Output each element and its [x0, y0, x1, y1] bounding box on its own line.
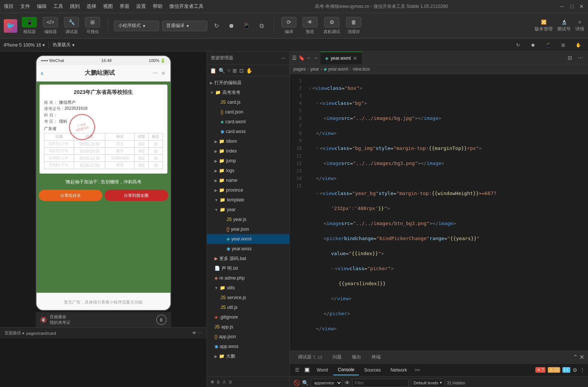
- eye-filter-icon[interactable]: 👁: [345, 380, 350, 386]
- preview-btn[interactable]: 👁: [302, 17, 318, 27]
- share-moments-btn[interactable]: 分享到朋友圈: [105, 190, 168, 201]
- tab-issues[interactable]: 问题: [328, 352, 346, 363]
- refresh-btn[interactable]: ↻: [210, 20, 222, 32]
- maximize-btn[interactable]: □: [569, 4, 574, 9]
- window-btn[interactable]: ⧉: [255, 20, 267, 32]
- debugger-btn[interactable]: 🔧: [64, 17, 79, 27]
- hand-icon[interactable]: ✋: [246, 68, 252, 74]
- devtab-console[interactable]: Console: [333, 365, 359, 375]
- phone-more-btn[interactable]: •••: [153, 70, 158, 76]
- menu-bar[interactable]: 项目 文件 编辑 工具 跳到 选择 视图 界面 设置 帮助 微信开发者工具: [4, 3, 204, 10]
- menu-select[interactable]: 选择: [87, 3, 96, 10]
- nav-forward-icon[interactable]: →: [313, 55, 318, 61]
- folder-index[interactable]: ▶ 📁 index: [207, 146, 289, 156]
- test-btn[interactable]: 🔬 测试号: [557, 20, 571, 32]
- sub-icon-2[interactable]: ⏺: [527, 39, 539, 51]
- folder-name[interactable]: ▶ 📁 name: [207, 175, 289, 185]
- detail-btn[interactable]: ≡ 详情: [575, 20, 584, 32]
- appservice-selector[interactable]: appservice: [311, 379, 342, 387]
- open-editors-section[interactable]: ▶ 打开的编辑器: [207, 78, 289, 88]
- share-friend-btn[interactable]: 分享给好友: [39, 190, 102, 201]
- console-filter-icon[interactable]: 🔍: [302, 380, 308, 386]
- record-btn[interactable]: ⏺: [225, 20, 237, 32]
- breadcrumb-pages[interactable]: pages: [293, 67, 306, 72]
- eye-icon[interactable]: 👁: [192, 331, 196, 336]
- tab-close-icon[interactable]: ✕: [353, 55, 357, 61]
- menu-tools[interactable]: 工具: [53, 3, 63, 10]
- devtab-more[interactable]: >>: [412, 367, 422, 373]
- file-readme-php[interactable]: ◈ re adme.php: [207, 273, 289, 283]
- folder-jump[interactable]: ▶ 📁 jump: [207, 156, 289, 166]
- grid-icon[interactable]: ⊡: [239, 68, 244, 74]
- menu-edit[interactable]: 编辑: [37, 3, 47, 10]
- editor-btn[interactable]: </>: [43, 17, 58, 27]
- compile-dropdown[interactable]: 普通编译 ▾: [162, 21, 207, 31]
- file-card-wxml[interactable]: ◈ card.wxml: [207, 117, 289, 127]
- clear-cache-btn[interactable]: 🗑: [346, 17, 361, 27]
- devtab-sources[interactable]: Sources: [360, 365, 385, 375]
- folder-utils[interactable]: ▼ 📁 utils: [207, 283, 289, 293]
- breadcrumb-viewbox[interactable]: view.box: [352, 67, 370, 72]
- tab-debugger[interactable]: 调试器 7, 13: [293, 352, 327, 363]
- file-card-wxss[interactable]: ◉ card.wxss: [207, 127, 289, 136]
- devtools-inspect-icon[interactable]: 🔲: [302, 366, 311, 375]
- file-year-js[interactable]: JS year.js: [207, 215, 289, 224]
- devtools-gear-icon[interactable]: ⚙: [573, 367, 577, 373]
- device-selector[interactable]: iPhone 5 100% 16 ▾: [4, 42, 45, 48]
- console-close-btn[interactable]: ✕: [579, 354, 584, 361]
- minimize-btn[interactable]: ─: [559, 4, 565, 9]
- file-year-wxml[interactable]: ◈ year.wxml: [207, 234, 289, 244]
- tab-output[interactable]: 输出: [348, 352, 366, 363]
- menu-goto[interactable]: 跳到: [70, 3, 80, 10]
- search-icon[interactable]: 🔍: [219, 68, 225, 74]
- menu-view[interactable]: 视图: [103, 3, 113, 10]
- copy-icon[interactable]: 📋: [210, 68, 216, 74]
- window-controls[interactable]: ─ □ ✕: [559, 4, 584, 9]
- menu-wechat[interactable]: 微信开发者工具: [169, 3, 204, 10]
- file-util-js[interactable]: JS util.js: [207, 302, 289, 312]
- version-mgmt-btn[interactable]: 🔀 版本管理: [535, 20, 553, 32]
- compile-btn[interactable]: ⟳: [281, 17, 296, 27]
- phone-camera-btn[interactable]: ⏺: [161, 70, 166, 76]
- devtools-settings-icon[interactable]: ☰: [293, 366, 302, 375]
- tab-year-wxml[interactable]: ◈ year.wxml ✕: [321, 51, 362, 64]
- close-btn[interactable]: ✕: [579, 4, 584, 9]
- audio-play-btn[interactable]: ⏸: [156, 314, 167, 325]
- file-app-wxss[interactable]: ◉ app.wxss: [207, 342, 289, 351]
- sub-icon-1[interactable]: ↻: [512, 39, 524, 51]
- visual-btn[interactable]: ⊞: [85, 17, 100, 27]
- file-year-wxss[interactable]: ◉ year.wxss: [207, 244, 289, 254]
- file-card-js[interactable]: JS card.js: [207, 97, 289, 107]
- branch-icon[interactable]: ⑂: [227, 68, 230, 74]
- nav-back-icon[interactable]: ←: [306, 55, 311, 61]
- sub-icon-4[interactable]: ⊞: [557, 39, 569, 51]
- simulator-btn[interactable]: 📱: [22, 17, 37, 27]
- root-folder[interactable]: ▼ 📁 高考准考: [207, 88, 289, 97]
- explorer-menu-icon[interactable]: ⋯: [281, 56, 286, 61]
- devtools-menu-icon[interactable]: ⋮: [580, 367, 585, 373]
- tab-more-btn[interactable]: ⋯: [576, 53, 585, 62]
- menu-project[interactable]: 项目: [4, 3, 14, 10]
- folder-year[interactable]: ▼ 📁 year: [207, 205, 289, 215]
- layout-icon[interactable]: ⊞: [232, 68, 237, 74]
- split-editor-btn[interactable]: ⊟: [565, 53, 574, 62]
- menu-file[interactable]: 文件: [20, 3, 30, 10]
- real-device-btn[interactable]: ⚙: [324, 17, 339, 27]
- file-readme-txt[interactable]: 📄 声 明.txt: [207, 263, 289, 273]
- file-gitignore[interactable]: ◈ .gitignore: [207, 312, 289, 322]
- file-service-js[interactable]: JS service.js: [207, 293, 289, 302]
- hotreload-toggle[interactable]: 热重载关 ▾: [53, 42, 74, 48]
- outline-icon[interactable]: ☰: [292, 55, 297, 61]
- mode-dropdown[interactable]: 小程序模式 ▾: [114, 21, 159, 31]
- file-app-json[interactable]: {} app.json: [207, 332, 289, 342]
- phone-btn[interactable]: 📱: [240, 20, 252, 32]
- folder-logs[interactable]: ▶ 📁 logs: [207, 166, 289, 175]
- folder-province[interactable]: ▶ 📁 province: [207, 185, 289, 195]
- breadcrumb-year[interactable]: year: [310, 67, 319, 72]
- file-more-bat[interactable]: ▶ 更多 源码.bat: [207, 254, 289, 263]
- menu-ui[interactable]: 界面: [120, 3, 129, 10]
- sub-icon-5[interactable]: ✋: [572, 39, 584, 51]
- devtab-wxml[interactable]: Wxml: [312, 365, 333, 375]
- menu-help[interactable]: 帮助: [153, 3, 163, 10]
- bookmark-icon[interactable]: 🔖: [298, 55, 305, 61]
